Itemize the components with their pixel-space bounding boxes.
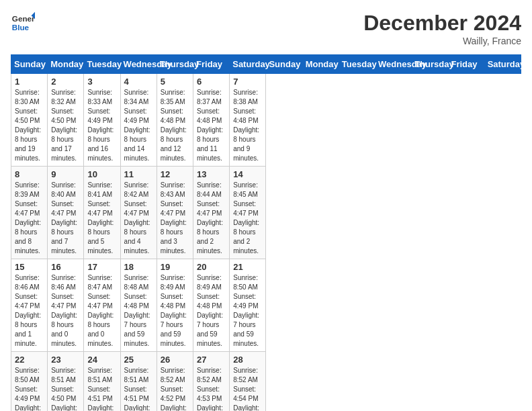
calendar-cell: 18Sunrise: 8:48 AMSunset: 4:48 PMDayligh…	[120, 259, 157, 352]
title-block: December 2024 Wailly, France	[363, 11, 521, 46]
calendar-cell: 4Sunrise: 8:34 AMSunset: 4:49 PMDaylight…	[120, 74, 157, 167]
week-row-3: 15Sunrise: 8:46 AMSunset: 4:47 PMDayligh…	[11, 259, 521, 352]
calendar-cell: 23Sunrise: 8:51 AMSunset: 4:50 PMDayligh…	[48, 352, 84, 412]
header-day-tuesday: Tuesday	[84, 55, 120, 74]
day-info: Sunrise: 8:37 AMSunset: 4:48 PMDaylight:…	[197, 88, 226, 163]
calendar-cell: 14Sunrise: 8:45 AMSunset: 4:47 PMDayligh…	[230, 167, 266, 259]
calendar-cell: 15Sunrise: 8:46 AMSunset: 4:47 PMDayligh…	[11, 259, 48, 352]
calendar-cell: 1Sunrise: 8:30 AMSunset: 4:50 PMDaylight…	[11, 74, 48, 167]
calendar-cell: 5Sunrise: 8:35 AMSunset: 4:48 PMDaylight…	[157, 74, 193, 167]
calendar-cell: 17Sunrise: 8:47 AMSunset: 4:47 PMDayligh…	[84, 259, 120, 352]
day-number: 20	[197, 262, 226, 272]
logo: General Blue	[11, 11, 35, 35]
calendar-cell: 11Sunrise: 8:42 AMSunset: 4:47 PMDayligh…	[120, 167, 157, 259]
day-number: 26	[161, 355, 189, 365]
day-number: 28	[233, 355, 262, 365]
day-number: 23	[51, 355, 80, 365]
day-number: 24	[87, 355, 116, 365]
day-info: Sunrise: 8:43 AMSunset: 4:47 PMDaylight:…	[161, 181, 189, 256]
day-info: Sunrise: 8:38 AMSunset: 4:48 PMDaylight:…	[233, 88, 262, 163]
day-info: Sunrise: 8:41 AMSunset: 4:47 PMDaylight:…	[87, 181, 116, 256]
day-info: Sunrise: 8:33 AMSunset: 4:49 PMDaylight:…	[87, 88, 116, 163]
header-row: SundayMondayTuesdayWednesdayThursdayFrid…	[11, 55, 521, 74]
calendar-cell: 9Sunrise: 8:40 AMSunset: 4:47 PMDaylight…	[48, 167, 84, 259]
day-info: Sunrise: 8:47 AMSunset: 4:47 PMDaylight:…	[87, 273, 116, 349]
week-row-1: 1Sunrise: 8:30 AMSunset: 4:50 PMDaylight…	[11, 74, 521, 167]
svg-text:Blue: Blue	[12, 23, 30, 32]
day-number: 7	[233, 77, 262, 87]
day-info: Sunrise: 8:52 AMSunset: 4:52 PMDaylight:…	[161, 366, 189, 411]
month-title: December 2024	[363, 11, 521, 36]
day-info: Sunrise: 8:49 AMSunset: 4:48 PMDaylight:…	[161, 273, 189, 349]
col-header-monday: Monday	[302, 55, 339, 74]
day-number: 10	[87, 169, 116, 179]
calendar-cell: 13Sunrise: 8:44 AMSunset: 4:47 PMDayligh…	[193, 167, 230, 259]
day-info: Sunrise: 8:39 AMSunset: 4:47 PMDaylight:…	[15, 181, 44, 256]
day-number: 4	[124, 77, 153, 87]
day-info: Sunrise: 8:50 AMSunset: 4:49 PMDaylight:…	[233, 273, 262, 349]
calendar-cell: 2Sunrise: 8:32 AMSunset: 4:50 PMDaylight…	[48, 74, 84, 167]
day-number: 9	[51, 169, 80, 179]
logo-icon: General Blue	[11, 11, 35, 35]
day-number: 2	[51, 77, 80, 87]
header-day-thursday: Thursday	[157, 55, 193, 74]
calendar-cell: 10Sunrise: 8:41 AMSunset: 4:47 PMDayligh…	[84, 167, 120, 259]
day-info: Sunrise: 8:45 AMSunset: 4:47 PMDaylight:…	[233, 181, 262, 256]
day-info: Sunrise: 8:46 AMSunset: 4:47 PMDaylight:…	[15, 273, 44, 349]
calendar-cell: 7Sunrise: 8:38 AMSunset: 4:48 PMDaylight…	[230, 74, 266, 167]
day-number: 12	[161, 169, 189, 179]
day-info: Sunrise: 8:40 AMSunset: 4:47 PMDaylight:…	[51, 181, 80, 256]
day-number: 6	[197, 77, 226, 87]
calendar-cell: 19Sunrise: 8:49 AMSunset: 4:48 PMDayligh…	[157, 259, 193, 352]
day-number: 11	[124, 169, 153, 179]
day-info: Sunrise: 8:50 AMSunset: 4:49 PMDaylight:…	[15, 366, 44, 411]
calendar-cell: 6Sunrise: 8:37 AMSunset: 4:48 PMDaylight…	[193, 74, 230, 167]
day-info: Sunrise: 8:30 AMSunset: 4:50 PMDaylight:…	[15, 88, 44, 163]
calendar-cell: 26Sunrise: 8:52 AMSunset: 4:52 PMDayligh…	[157, 352, 193, 412]
day-number: 13	[197, 169, 226, 179]
day-number: 18	[124, 262, 153, 272]
day-info: Sunrise: 8:34 AMSunset: 4:49 PMDaylight:…	[124, 88, 153, 163]
calendar-cell: 12Sunrise: 8:43 AMSunset: 4:47 PMDayligh…	[157, 167, 193, 259]
calendar-cell: 24Sunrise: 8:51 AMSunset: 4:51 PMDayligh…	[84, 352, 120, 412]
day-number: 16	[51, 262, 80, 272]
col-header-sunday: Sunday	[266, 55, 302, 74]
calendar-cell: 27Sunrise: 8:52 AMSunset: 4:53 PMDayligh…	[193, 352, 230, 412]
col-header-wednesday: Wednesday	[375, 55, 412, 74]
header-day-friday: Friday	[193, 55, 230, 74]
week-row-2: 8Sunrise: 8:39 AMSunset: 4:47 PMDaylight…	[11, 167, 521, 259]
calendar-cell: 25Sunrise: 8:51 AMSunset: 4:51 PMDayligh…	[120, 352, 157, 412]
col-header-thursday: Thursday	[412, 55, 448, 74]
header-day-wednesday: Wednesday	[120, 55, 157, 74]
day-number: 17	[87, 262, 116, 272]
day-number: 5	[161, 77, 189, 87]
day-info: Sunrise: 8:52 AMSunset: 4:54 PMDaylight:…	[233, 366, 262, 411]
day-info: Sunrise: 8:49 AMSunset: 4:48 PMDaylight:…	[197, 273, 226, 349]
day-info: Sunrise: 8:46 AMSunset: 4:47 PMDaylight:…	[51, 273, 80, 349]
calendar-cell: 21Sunrise: 8:50 AMSunset: 4:49 PMDayligh…	[230, 259, 266, 352]
day-info: Sunrise: 8:51 AMSunset: 4:51 PMDaylight:…	[87, 366, 116, 411]
day-number: 14	[233, 169, 262, 179]
day-number: 1	[15, 77, 44, 87]
day-info: Sunrise: 8:35 AMSunset: 4:48 PMDaylight:…	[161, 88, 189, 163]
header-day-monday: Monday	[48, 55, 84, 74]
day-info: Sunrise: 8:42 AMSunset: 4:47 PMDaylight:…	[124, 181, 153, 256]
day-number: 19	[161, 262, 189, 272]
calendar-table: SundayMondayTuesdayWednesdayThursdayFrid…	[11, 54, 521, 411]
day-info: Sunrise: 8:48 AMSunset: 4:48 PMDaylight:…	[124, 273, 153, 349]
page-header: General Blue December 2024 Wailly, Franc…	[11, 11, 521, 46]
calendar-cell: 22Sunrise: 8:50 AMSunset: 4:49 PMDayligh…	[11, 352, 48, 412]
calendar-cell: 20Sunrise: 8:49 AMSunset: 4:48 PMDayligh…	[193, 259, 230, 352]
day-info: Sunrise: 8:51 AMSunset: 4:51 PMDaylight:…	[124, 366, 153, 411]
day-info: Sunrise: 8:52 AMSunset: 4:53 PMDaylight:…	[197, 366, 226, 411]
location: Wailly, France	[363, 36, 521, 46]
day-info: Sunrise: 8:32 AMSunset: 4:50 PMDaylight:…	[51, 88, 80, 163]
day-number: 27	[197, 355, 226, 365]
calendar-cell: 8Sunrise: 8:39 AMSunset: 4:47 PMDaylight…	[11, 167, 48, 259]
header-day-saturday: Saturday	[230, 55, 266, 74]
day-number: 15	[15, 262, 44, 272]
day-number: 25	[124, 355, 153, 365]
day-number: 3	[87, 77, 116, 87]
day-number: 8	[15, 169, 44, 179]
day-number: 21	[233, 262, 262, 272]
